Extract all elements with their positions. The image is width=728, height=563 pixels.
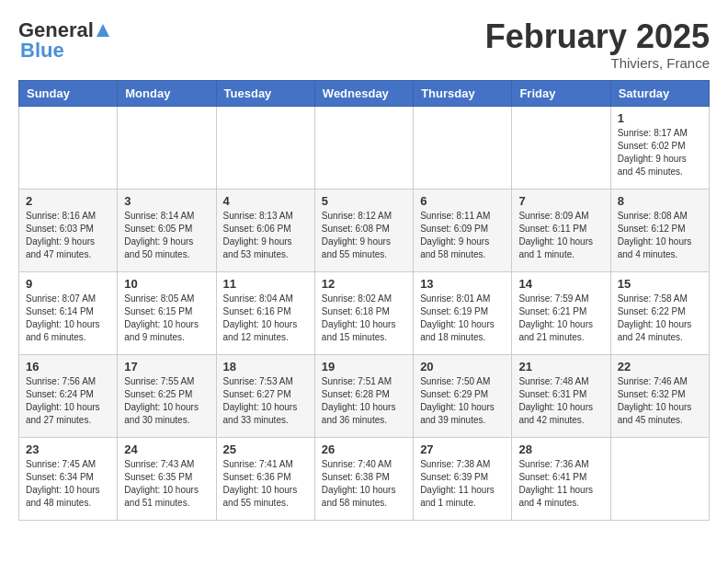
- day-info: Sunrise: 8:13 AM Sunset: 6:06 PM Dayligh…: [223, 210, 308, 261]
- day-number: 10: [124, 277, 209, 291]
- day-info: Sunrise: 8:11 AM Sunset: 6:09 PM Dayligh…: [420, 210, 505, 261]
- col-tuesday: Tuesday: [216, 80, 314, 106]
- calendar-cell-w5-d4: 27Sunrise: 7:38 AM Sunset: 6:39 PM Dayli…: [414, 437, 512, 520]
- day-info: Sunrise: 7:58 AM Sunset: 6:22 PM Dayligh…: [618, 293, 702, 344]
- day-number: 17: [124, 360, 209, 373]
- title-section: February 2025 Thiviers, France: [485, 18, 710, 71]
- day-info: Sunrise: 7:43 AM Sunset: 6:35 PM Dayligh…: [124, 458, 209, 510]
- calendar-cell-w4-d6: 22Sunrise: 7:46 AM Sunset: 6:32 PM Dayli…: [610, 354, 709, 437]
- calendar-cell-w2-d0: 2Sunrise: 8:16 AM Sunset: 6:03 PM Daylig…: [19, 189, 118, 271]
- month-title: February 2025: [485, 18, 710, 55]
- calendar-cell-w5-d3: 26Sunrise: 7:40 AM Sunset: 6:38 PM Dayli…: [314, 437, 413, 520]
- calendar-week-1: 1Sunrise: 8:17 AM Sunset: 6:02 PM Daylig…: [19, 106, 710, 189]
- calendar-cell-w1-d3: [314, 106, 413, 189]
- location: Thiviers, France: [485, 55, 710, 71]
- calendar-cell-w3-d6: 15Sunrise: 7:58 AM Sunset: 6:22 PM Dayli…: [610, 271, 709, 354]
- day-info: Sunrise: 8:05 AM Sunset: 6:15 PM Dayligh…: [124, 293, 209, 344]
- day-info: Sunrise: 7:53 AM Sunset: 6:27 PM Dayligh…: [223, 375, 308, 427]
- day-info: Sunrise: 8:14 AM Sunset: 6:05 PM Dayligh…: [124, 210, 209, 261]
- calendar-cell-w3-d0: 9Sunrise: 8:07 AM Sunset: 6:14 PM Daylig…: [19, 271, 118, 354]
- calendar-cell-w2-d5: 7Sunrise: 8:09 AM Sunset: 6:11 PM Daylig…: [512, 189, 610, 271]
- day-number: 1: [618, 111, 702, 125]
- day-number: 26: [322, 442, 406, 456]
- calendar-week-5: 23Sunrise: 7:45 AM Sunset: 6:34 PM Dayli…: [19, 437, 710, 520]
- day-info: Sunrise: 7:38 AM Sunset: 6:39 PM Dayligh…: [420, 458, 505, 510]
- calendar-week-2: 2Sunrise: 8:16 AM Sunset: 6:03 PM Daylig…: [19, 189, 710, 271]
- day-number: 16: [26, 360, 110, 373]
- calendar-cell-w5-d0: 23Sunrise: 7:45 AM Sunset: 6:34 PM Dayli…: [19, 437, 118, 520]
- calendar-cell-w4-d5: 21Sunrise: 7:48 AM Sunset: 6:31 PM Dayli…: [512, 354, 610, 437]
- day-info: Sunrise: 8:02 AM Sunset: 6:18 PM Dayligh…: [322, 293, 406, 344]
- calendar-cell-w3-d5: 14Sunrise: 7:59 AM Sunset: 6:21 PM Dayli…: [512, 271, 610, 354]
- day-number: 21: [518, 360, 603, 373]
- calendar-cell-w3-d4: 13Sunrise: 8:01 AM Sunset: 6:19 PM Dayli…: [414, 271, 512, 354]
- calendar-table: Sunday Monday Tuesday Wednesday Thursday…: [18, 80, 710, 521]
- day-number: 23: [26, 442, 110, 456]
- col-saturday: Saturday: [610, 80, 709, 106]
- calendar-cell-w1-d5: [512, 106, 610, 189]
- calendar-cell-w4-d4: 20Sunrise: 7:50 AM Sunset: 6:29 PM Dayli…: [414, 354, 512, 437]
- calendar-cell-w1-d2: [216, 106, 314, 189]
- calendar-cell-w1-d6: 1Sunrise: 8:17 AM Sunset: 6:02 PM Daylig…: [610, 106, 709, 189]
- page-header: General Blue February 2025 Thiviers, Fra…: [18, 18, 710, 71]
- day-info: Sunrise: 8:04 AM Sunset: 6:16 PM Dayligh…: [223, 293, 308, 344]
- day-number: 14: [518, 277, 603, 291]
- day-info: Sunrise: 7:50 AM Sunset: 6:29 PM Dayligh…: [420, 375, 505, 427]
- day-number: 28: [518, 442, 603, 456]
- calendar-cell-w3-d2: 11Sunrise: 8:04 AM Sunset: 6:16 PM Dayli…: [216, 271, 314, 354]
- day-number: 7: [518, 194, 603, 208]
- col-thursday: Thursday: [414, 80, 512, 106]
- calendar-week-4: 16Sunrise: 7:56 AM Sunset: 6:24 PM Dayli…: [19, 354, 710, 437]
- day-number: 20: [420, 360, 505, 373]
- day-number: 13: [420, 277, 505, 291]
- day-info: Sunrise: 8:16 AM Sunset: 6:03 PM Dayligh…: [26, 210, 110, 261]
- day-number: 11: [223, 277, 308, 291]
- day-number: 8: [618, 194, 702, 208]
- col-friday: Friday: [512, 80, 610, 106]
- day-info: Sunrise: 8:01 AM Sunset: 6:19 PM Dayligh…: [420, 293, 505, 344]
- calendar-cell-w2-d2: 4Sunrise: 8:13 AM Sunset: 6:06 PM Daylig…: [216, 189, 314, 271]
- day-number: 2: [26, 194, 110, 208]
- day-info: Sunrise: 8:17 AM Sunset: 6:02 PM Dayligh…: [618, 127, 702, 178]
- day-number: 22: [618, 360, 702, 373]
- day-number: 5: [322, 194, 406, 208]
- calendar-cell-w2-d4: 6Sunrise: 8:11 AM Sunset: 6:09 PM Daylig…: [414, 189, 512, 271]
- calendar-cell-w2-d6: 8Sunrise: 8:08 AM Sunset: 6:12 PM Daylig…: [610, 189, 709, 271]
- day-info: Sunrise: 7:56 AM Sunset: 6:24 PM Dayligh…: [26, 375, 110, 427]
- day-number: 3: [124, 194, 209, 208]
- calendar-cell-w1-d0: [19, 106, 118, 189]
- day-number: 9: [26, 277, 110, 291]
- svg-marker-0: [97, 24, 109, 37]
- day-number: 27: [420, 442, 505, 456]
- calendar-cell-w2-d3: 5Sunrise: 8:12 AM Sunset: 6:08 PM Daylig…: [314, 189, 413, 271]
- calendar-header-row: Sunday Monday Tuesday Wednesday Thursday…: [19, 80, 710, 106]
- day-number: 15: [618, 277, 702, 291]
- calendar-cell-w4-d0: 16Sunrise: 7:56 AM Sunset: 6:24 PM Dayli…: [19, 354, 118, 437]
- calendar-cell-w3-d1: 10Sunrise: 8:05 AM Sunset: 6:15 PM Dayli…: [118, 271, 216, 354]
- day-number: 25: [223, 442, 308, 456]
- day-info: Sunrise: 7:46 AM Sunset: 6:32 PM Dayligh…: [618, 375, 702, 427]
- calendar-cell-w4-d2: 18Sunrise: 7:53 AM Sunset: 6:27 PM Dayli…: [216, 354, 314, 437]
- calendar-cell-w4-d3: 19Sunrise: 7:51 AM Sunset: 6:28 PM Dayli…: [314, 354, 413, 437]
- logo: General Blue: [18, 18, 112, 63]
- calendar-cell-w5-d5: 28Sunrise: 7:36 AM Sunset: 6:41 PM Dayli…: [512, 437, 610, 520]
- day-info: Sunrise: 8:12 AM Sunset: 6:08 PM Dayligh…: [322, 210, 406, 261]
- day-number: 4: [223, 194, 308, 208]
- day-number: 19: [322, 360, 406, 373]
- day-info: Sunrise: 8:09 AM Sunset: 6:11 PM Dayligh…: [518, 210, 603, 261]
- day-info: Sunrise: 7:59 AM Sunset: 6:21 PM Dayligh…: [518, 293, 603, 344]
- calendar-cell-w1-d1: [118, 106, 216, 189]
- logo-triangle-icon: [95, 22, 111, 39]
- day-info: Sunrise: 7:41 AM Sunset: 6:36 PM Dayligh…: [223, 458, 308, 510]
- calendar-cell-w1-d4: [414, 106, 512, 189]
- calendar-cell-w5-d2: 25Sunrise: 7:41 AM Sunset: 6:36 PM Dayli…: [216, 437, 314, 520]
- day-info: Sunrise: 7:45 AM Sunset: 6:34 PM Dayligh…: [26, 458, 110, 510]
- day-number: 24: [124, 442, 209, 456]
- logo-blue: Blue: [18, 39, 64, 63]
- col-monday: Monday: [118, 80, 216, 106]
- calendar-cell-w2-d1: 3Sunrise: 8:14 AM Sunset: 6:05 PM Daylig…: [118, 189, 216, 271]
- day-info: Sunrise: 8:08 AM Sunset: 6:12 PM Dayligh…: [618, 210, 702, 261]
- calendar-cell-w5-d6: [610, 437, 709, 520]
- calendar-cell-w4-d1: 17Sunrise: 7:55 AM Sunset: 6:25 PM Dayli…: [118, 354, 216, 437]
- day-info: Sunrise: 7:55 AM Sunset: 6:25 PM Dayligh…: [124, 375, 209, 427]
